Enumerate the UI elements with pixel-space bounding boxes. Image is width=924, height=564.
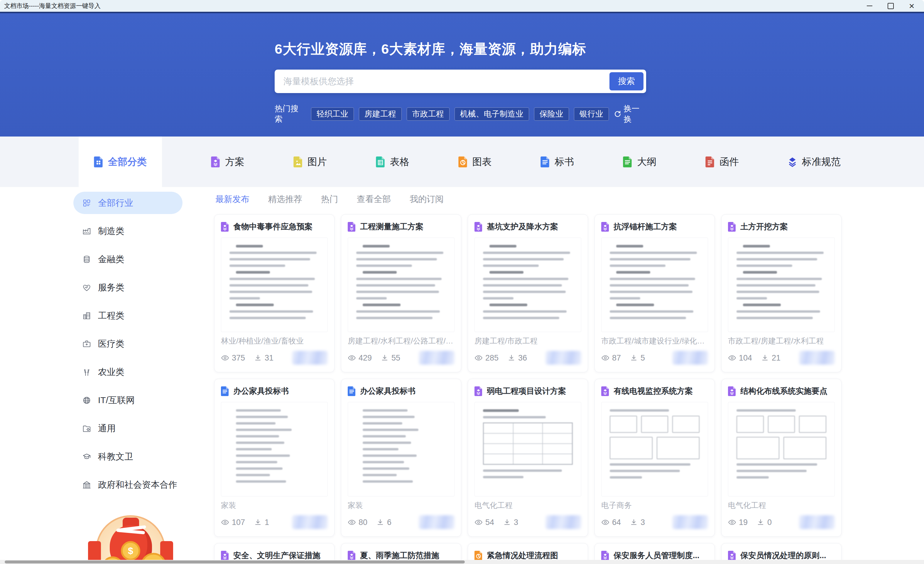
- doc-plan-icon: [221, 222, 229, 232]
- card-header: 土方开挖方案: [728, 220, 835, 233]
- document-categories: 家装: [348, 500, 454, 511]
- horizontal-scrollbar-track[interactable]: [0, 560, 924, 564]
- minimize-button[interactable]: [859, 0, 880, 12]
- wheat-icon: [82, 368, 91, 377]
- downloads-stat: 3: [503, 518, 518, 527]
- filter-tab-热门[interactable]: 热门: [321, 194, 338, 205]
- price-badge-blurred[interactable]: [292, 515, 328, 529]
- sidebar-item-label: 金融类: [98, 253, 124, 265]
- views-count: 285: [485, 353, 498, 362]
- sidebar-item-通用[interactable]: 通用: [74, 417, 183, 439]
- sidebar-item-医疗类[interactable]: 医疗类: [74, 332, 183, 355]
- document-categories: 房建工程/水利工程/公路工程/市...: [348, 336, 454, 346]
- filter-tab-我的订阅[interactable]: 我的订阅: [410, 194, 444, 205]
- filter-tab-查看全部[interactable]: 查看全部: [357, 194, 391, 205]
- search-input[interactable]: [283, 76, 609, 87]
- category-tab-标书[interactable]: 标书: [540, 155, 574, 168]
- doc-image-icon: [293, 156, 303, 168]
- sidebar-item-label: 工程类: [98, 310, 124, 322]
- document-card[interactable]: 食物中毒事件应急预案 林业/种植业/渔业/畜牧业 375 31: [214, 214, 334, 372]
- sidebar-item-IT/互联网[interactable]: IT/互联网: [74, 389, 183, 411]
- document-card[interactable]: 弱电工程项目设计方案 电气化工程 54 3: [468, 379, 588, 537]
- price-badge-blurred[interactable]: [546, 351, 581, 365]
- price-badge-blurred[interactable]: [292, 351, 328, 365]
- document-card[interactable]: 土方开挖方案 市政工程/房建工程/水利工程 104 21: [721, 214, 842, 372]
- document-categories: 电子商务: [601, 500, 708, 511]
- document-title: 工程测量施工方案: [360, 221, 423, 232]
- sidebar-item-科教文卫[interactable]: 科教文卫: [74, 445, 183, 468]
- document-card[interactable]: 有线电视监控系统方案 电子商务 64 3: [594, 379, 715, 537]
- hot-search-tag[interactable]: 机械、电子制造业: [454, 107, 529, 121]
- close-button[interactable]: ×: [901, 0, 922, 12]
- card-stats: 87 5: [601, 350, 708, 365]
- card-stats: 80 6: [348, 515, 454, 529]
- horizontal-scrollbar-thumb[interactable]: [5, 561, 465, 563]
- eye-icon: [221, 519, 229, 526]
- refresh-tags-button[interactable]: 换一换: [614, 103, 646, 125]
- category-tab-表格[interactable]: 表格: [376, 155, 410, 168]
- hot-search-tag[interactable]: 市政工程: [407, 107, 450, 121]
- maximize-button[interactable]: [880, 0, 901, 12]
- document-card[interactable]: 工程测量施工方案 房建工程/水利工程/公路工程/市... 429 55: [341, 214, 461, 372]
- refresh-icon: [614, 110, 621, 118]
- card-stats: 285 36: [474, 350, 581, 365]
- hot-search-tag[interactable]: 房建工程: [359, 107, 402, 121]
- document-card[interactable]: 办公家具投标书 家装 107 1: [214, 379, 334, 537]
- gold-coin-icon: $: [121, 541, 140, 561]
- hot-search-tag[interactable]: 轻织工业: [311, 107, 354, 121]
- document-preview: [221, 402, 328, 496]
- document-card[interactable]: 办公家具投标书 家装 80 6: [341, 379, 461, 537]
- sidebar-item-服务类[interactable]: 服务类: [74, 276, 183, 299]
- document-categories: 市政工程/城市建设行业/绿化工程...: [601, 336, 708, 346]
- app-window: 文档市场-----海量文档资源一键导入 × 6大行业资源库，6大素材库，海量资源…: [0, 0, 924, 564]
- filter-tab-精选推荐[interactable]: 精选推荐: [268, 194, 302, 205]
- category-tab-大纲[interactable]: 大纲: [623, 155, 656, 168]
- card-header: 办公家具投标书: [348, 384, 454, 398]
- category-tab-方案[interactable]: 方案: [211, 155, 244, 168]
- sidebar-item-金融类[interactable]: 金融类: [74, 248, 183, 271]
- price-badge-blurred[interactable]: [799, 515, 835, 529]
- price-badge-blurred[interactable]: [672, 351, 708, 365]
- doc-bid-icon: [540, 156, 550, 168]
- sidebar-item-政府和社会资本合作[interactable]: 政府和社会资本合作: [74, 474, 183, 496]
- price-badge-blurred[interactable]: [419, 351, 454, 365]
- sidebar-item-全部行业[interactable]: 全部行业: [74, 192, 183, 214]
- price-badge-blurred[interactable]: [799, 351, 835, 365]
- price-badge-blurred[interactable]: [419, 515, 454, 529]
- price-badge-blurred[interactable]: [546, 515, 581, 529]
- views-stat: 80: [348, 518, 368, 527]
- search-button[interactable]: 搜索: [609, 72, 644, 90]
- document-title: 有线电视监控系统方案: [614, 386, 693, 396]
- views-stat: 375: [221, 353, 245, 362]
- card-stats: 64 3: [601, 515, 708, 529]
- document-title: 保安服务人员管理制度...: [614, 550, 699, 561]
- hot-search-tag[interactable]: 保险业: [534, 107, 569, 121]
- document-card[interactable]: 结构化布线系统实施要点 电气化工程 19 0: [721, 379, 842, 537]
- promo-money-bag-illustration[interactable]: $ $ $: [88, 515, 173, 564]
- category-tab-标准规范[interactable]: 标准规范: [788, 155, 841, 168]
- card-header: 结构化布线系统实施要点: [728, 384, 835, 398]
- folder-icon: [82, 424, 91, 433]
- document-card[interactable]: 抗浮锚杆施工方案 市政工程/城市建设行业/绿化工程... 87 5: [594, 214, 715, 372]
- downloads-stat: 36: [507, 353, 527, 362]
- category-tab-图片[interactable]: 图片: [293, 155, 327, 168]
- card-stats: 107 1: [221, 515, 328, 529]
- maximize-icon: [888, 3, 894, 9]
- buildings-icon: [82, 311, 91, 320]
- download-icon: [630, 354, 638, 362]
- sidebar-item-农业类[interactable]: 农业类: [74, 361, 183, 383]
- doc-plan-icon: [728, 222, 736, 232]
- hot-search-tag[interactable]: 银行业: [574, 107, 609, 121]
- price-badge-blurred[interactable]: [672, 515, 708, 529]
- category-tab-图表[interactable]: 图表: [458, 155, 492, 168]
- document-title: 夏、雨季施工防范措施: [360, 550, 439, 561]
- category-tab-函件[interactable]: 函件: [705, 155, 739, 168]
- category-tab-全部分类[interactable]: 全部分类: [79, 137, 162, 187]
- sidebar-item-制造类[interactable]: 制造类: [74, 220, 183, 242]
- document-card[interactable]: 基坑支护及降水方案 房建工程/市政工程 285 36: [468, 214, 588, 372]
- filter-tab-最新发布[interactable]: 最新发布: [215, 194, 249, 205]
- doc-plan-icon: [601, 222, 609, 232]
- sidebar-item-工程类[interactable]: 工程类: [74, 304, 183, 327]
- card-stats: 429 55: [348, 350, 454, 365]
- downloads-stat: 1: [254, 518, 269, 527]
